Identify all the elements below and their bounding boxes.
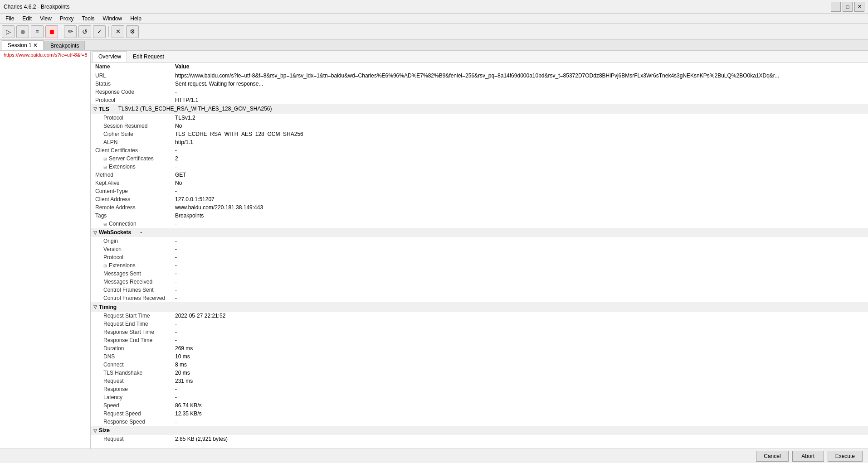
field-name: Request End Time <box>91 320 172 328</box>
section-header-size[interactable]: ▽Size <box>91 426 868 435</box>
field-value: - <box>172 294 868 302</box>
toggle-icon: ▽ <box>93 428 97 433</box>
menu-window[interactable]: Window <box>99 14 126 23</box>
menu-view[interactable]: View <box>36 14 55 23</box>
section-header-websockets[interactable]: ▽WebSockets- <box>91 228 868 237</box>
field-value: http/1.1 <box>172 138 868 146</box>
menu-file[interactable]: File <box>2 14 18 23</box>
field-name: ALPN <box>91 138 172 146</box>
table-row: Request End Time- <box>91 320 868 328</box>
table-row: Response- <box>91 385 868 393</box>
table-row: Control Frames Sent- <box>91 286 868 294</box>
table-row: Version- <box>91 245 868 253</box>
field-value: GET <box>172 171 868 179</box>
menu-proxy[interactable]: Proxy <box>56 14 78 23</box>
field-name: Cipher Suite <box>91 130 172 138</box>
overview-table: Name Value URLhttps://www.baidu.com/s?ie… <box>91 63 868 443</box>
field-value: 2022-05-27 22:21:52 <box>172 312 868 320</box>
table-row: Response Speed- <box>91 418 868 426</box>
menu-help[interactable]: Help <box>127 14 145 23</box>
menu-tools[interactable]: Tools <box>78 14 98 23</box>
field-value: www.baidu.com/220.181.38.149:443 <box>172 203 868 212</box>
abort-button[interactable]: Abort <box>792 451 824 462</box>
stop-record-button[interactable]: ⏹ <box>45 25 58 38</box>
section-toggle[interactable]: ▽WebSockets <box>93 229 131 236</box>
record-button[interactable]: ⏺ <box>16 25 29 38</box>
execute-button[interactable]: Execute <box>828 451 863 462</box>
expand-icon: ⊞ <box>103 165 107 169</box>
maximize-button[interactable]: □ <box>843 2 853 12</box>
section-name: Size <box>99 427 110 434</box>
table-row: ▽WebSockets- <box>91 228 868 237</box>
table-row: URLhttps://www.baidu.com/s?ie=utf-8&f=8&… <box>91 72 868 80</box>
table-row: DNS10 ms <box>91 352 868 361</box>
field-value: No <box>172 122 868 130</box>
edit-button[interactable]: ✏ <box>64 25 77 38</box>
field-name: Request Speed <box>91 410 172 418</box>
left-panel-item-baidu[interactable]: https://www.baidu.com/s?ie=utf-8&f=8 <box>0 51 90 59</box>
field-value: - <box>172 270 868 278</box>
tick-button[interactable]: ✓ <box>93 25 106 38</box>
section-toggle[interactable]: ▽TLS <box>93 106 109 112</box>
table-row: TagsBreakpoints <box>91 212 868 220</box>
section-toggle[interactable]: ▽Timing <box>93 304 117 310</box>
table-row: ⊞Extensions- <box>91 261 868 270</box>
close-button[interactable]: ✕ <box>854 2 864 12</box>
field-value: - <box>172 187 868 195</box>
table-row: Control Frames Received- <box>91 294 868 302</box>
field-value: 269 ms <box>172 344 868 352</box>
field-name: Messages Received <box>91 278 172 286</box>
toggle-icon: ▽ <box>93 230 97 235</box>
field-value: Breakpoints <box>172 212 868 220</box>
section-name: Timing <box>99 304 117 310</box>
table-row: TLS Handshake20 ms <box>91 369 868 377</box>
field-name: Response Speed <box>91 418 172 426</box>
field-name: Client Certificates <box>91 146 172 154</box>
field-name: Duration <box>91 344 172 352</box>
field-name: Response Start Time <box>91 328 172 336</box>
field-name: Protocol <box>91 253 172 261</box>
tab-breakpoints[interactable]: Breakpoints <box>44 41 85 50</box>
field-value: - <box>172 328 868 336</box>
field-value: - <box>172 88 868 96</box>
field-value: - <box>172 336 868 344</box>
settings-button[interactable]: ⚙ <box>126 25 139 38</box>
field-value: - <box>172 237 868 245</box>
table-row: Cipher SuiteTLS_ECDHE_RSA_WITH_AES_128_G… <box>91 130 868 138</box>
minimize-button[interactable]: ─ <box>831 2 841 12</box>
field-value: 231 ms <box>172 377 868 385</box>
throttle-button[interactable]: ≡ <box>31 25 44 38</box>
expand-icon: ⊞ <box>103 157 107 161</box>
toolbar-separator-2 <box>108 26 109 37</box>
field-name: Protocol <box>91 114 172 122</box>
tab-edit-request[interactable]: Edit Request <box>127 51 170 62</box>
field-value: TLS_ECDHE_RSA_WITH_AES_128_GCM_SHA256 <box>172 130 868 138</box>
table-row: ALPNhttp/1.1 <box>91 138 868 146</box>
section-header-timing[interactable]: ▽Timing <box>91 302 868 312</box>
table-row: ▽TLSTLSv1.2 (TLS_ECDHE_RSA_WITH_AES_128_… <box>91 104 868 114</box>
table-row: Response Code- <box>91 88 868 96</box>
menu-edit[interactable]: Edit <box>19 14 35 23</box>
refresh-button[interactable]: ↺ <box>78 25 91 38</box>
new-session-button[interactable]: ▷ <box>2 25 15 38</box>
toolbar: ▷ ⏺ ≡ ⏹ ✏ ↺ ✓ ✕ ⚙ <box>0 24 868 40</box>
field-value: 20 ms <box>172 369 868 377</box>
field-value: - <box>172 393 868 401</box>
field-value: 12.35 KB/s <box>172 410 868 418</box>
field-value: - <box>172 163 868 171</box>
section-header-tls[interactable]: ▽TLSTLSv1.2 (TLS_ECDHE_RSA_WITH_AES_128_… <box>91 104 868 114</box>
tab-session1[interactable]: Session 1 ✕ <box>2 40 44 50</box>
section-value: TLSv1.2 (TLS_ECDHE_RSA_WITH_AES_128_GCM_… <box>118 106 272 112</box>
field-name: Response Code <box>91 88 172 96</box>
table-row: Client Certificates- <box>91 146 868 154</box>
field-name: Control Frames Sent <box>91 286 172 294</box>
table-row: Latency- <box>91 393 868 401</box>
cancel-button[interactable]: Cancel <box>756 451 788 462</box>
tools-button[interactable]: ✕ <box>112 25 124 38</box>
section-toggle[interactable]: ▽Size <box>93 427 110 434</box>
table-row: Remote Addresswww.baidu.com/220.181.38.1… <box>91 203 868 212</box>
field-name: TLS Handshake <box>91 369 172 377</box>
table-row: Origin- <box>91 237 868 245</box>
tab-overview[interactable]: Overview <box>93 51 127 62</box>
field-value: - <box>172 245 868 253</box>
